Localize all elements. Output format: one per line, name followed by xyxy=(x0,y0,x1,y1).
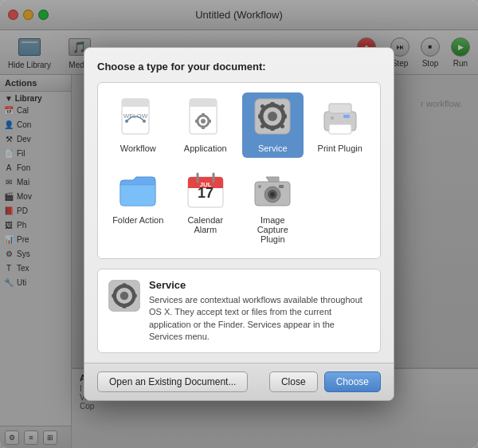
svg-rect-26 xyxy=(329,124,351,134)
description-title: Service xyxy=(149,279,370,291)
svg-rect-1 xyxy=(122,99,149,107)
service-icon xyxy=(252,97,293,139)
svg-rect-11 xyxy=(195,120,198,123)
svg-point-41 xyxy=(258,185,261,188)
svg-rect-10 xyxy=(202,126,205,129)
application-label: Application xyxy=(184,143,227,153)
desc-service-icon xyxy=(108,279,141,312)
svg-rect-25 xyxy=(329,104,351,113)
svg-rect-16 xyxy=(270,102,275,107)
calendar-alarm-icon: 17 JUL xyxy=(185,169,226,210)
svg-rect-12 xyxy=(208,120,211,123)
svg-point-44 xyxy=(120,291,129,300)
folder-action-label: Folder Action xyxy=(112,215,163,225)
choose-button[interactable]: Choose xyxy=(324,371,381,392)
main-window: Untitled (Workflow) Hide Library 🎵 Media… xyxy=(0,0,478,448)
doc-type-service[interactable]: Service xyxy=(242,92,304,158)
application-icon xyxy=(185,97,226,139)
modal-body: Choose a type for your document: WFLOW xyxy=(84,48,394,354)
folder-action-icon xyxy=(117,169,159,210)
svg-rect-48 xyxy=(133,293,137,297)
svg-point-15 xyxy=(268,112,277,121)
print-plugin-icon xyxy=(319,97,361,139)
doc-type-calendar-alarm[interactable]: 17 JUL Calendar Alarm xyxy=(175,164,237,249)
svg-rect-9 xyxy=(202,113,205,116)
modal-dialog: Choose a type for your document: WFLOW xyxy=(84,47,394,402)
modal-footer: Open an Existing Document... Close Choos… xyxy=(84,363,394,400)
workflow-label: Workflow xyxy=(120,143,156,153)
doc-type-folder-action[interactable]: Folder Action xyxy=(108,164,169,249)
image-capture-icon xyxy=(252,169,293,210)
svg-rect-6 xyxy=(190,99,217,107)
doc-type-workflow[interactable]: WFLOW Workflow xyxy=(108,92,169,158)
svg-text:JUL: JUL xyxy=(199,181,211,188)
doc-type-application[interactable]: Application xyxy=(175,92,237,158)
modal-title: Choose a type for your document: xyxy=(97,61,381,73)
doc-type-image-capture[interactable]: Image Capture Plugin xyxy=(242,164,304,249)
svg-rect-17 xyxy=(270,126,275,131)
svg-rect-46 xyxy=(122,304,126,308)
svg-point-4 xyxy=(143,120,146,123)
close-button[interactable]: Close xyxy=(269,371,318,392)
image-capture-label: Image Capture Plugin xyxy=(247,215,299,244)
svg-point-39 xyxy=(270,192,275,197)
workflow-icon: WFLOW xyxy=(117,97,159,139)
svg-rect-19 xyxy=(282,114,287,119)
description-text: Services are contextual workflows availa… xyxy=(149,294,370,344)
svg-point-8 xyxy=(201,119,206,124)
description-panel: Service Services are contextual workflow… xyxy=(97,269,381,354)
svg-point-3 xyxy=(125,120,128,123)
description-content: Service Services are contextual workflow… xyxy=(149,279,370,344)
doc-type-print-plugin[interactable]: Print Plugin xyxy=(310,92,371,158)
svg-rect-40 xyxy=(279,185,284,188)
calendar-alarm-label: Calendar Alarm xyxy=(180,215,232,234)
svg-rect-18 xyxy=(258,114,263,119)
svg-rect-45 xyxy=(122,283,126,287)
svg-rect-47 xyxy=(112,293,116,297)
open-existing-button[interactable]: Open an Existing Document... xyxy=(97,371,248,392)
service-label: Service xyxy=(258,143,288,153)
svg-rect-27 xyxy=(343,115,350,118)
svg-point-28 xyxy=(331,116,334,120)
modal-overlay: Choose a type for your document: WFLOW xyxy=(0,0,478,448)
print-plugin-label: Print Plugin xyxy=(318,143,362,153)
doc-type-grid: WFLOW Workflow xyxy=(97,82,381,259)
